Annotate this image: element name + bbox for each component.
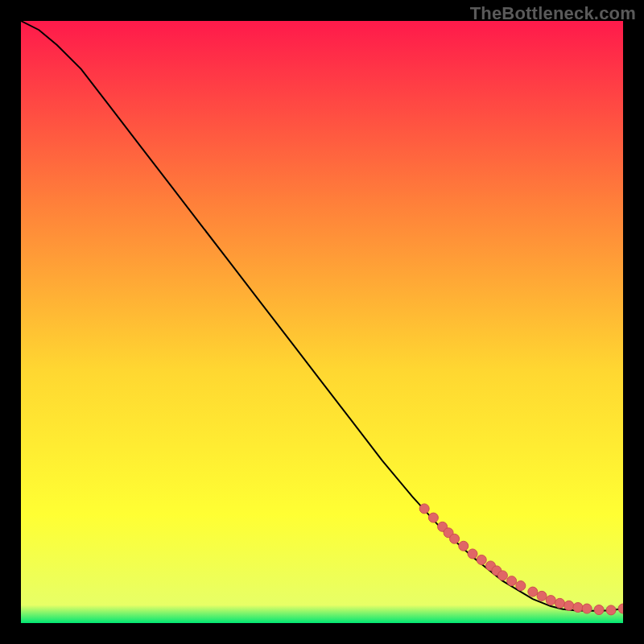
marker-point [468, 549, 477, 559]
marker-point [555, 598, 564, 608]
gradient-bg [21, 21, 623, 623]
marker-point [419, 504, 429, 514]
marker-point [516, 581, 526, 591]
marker-point [564, 601, 574, 610]
marker-point [594, 605, 604, 615]
marker-point [528, 587, 538, 597]
marker-point [573, 603, 583, 613]
marker-point [606, 605, 616, 615]
marker-point [582, 604, 592, 613]
plot-area [21, 21, 623, 623]
marker-point [507, 576, 517, 586]
chart-frame: TheBottleneck.com [0, 0, 644, 644]
marker-point [428, 513, 438, 522]
marker-point [497, 571, 507, 580]
marker-point [459, 541, 469, 551]
marker-point [537, 591, 547, 601]
marker-point [450, 534, 460, 543]
marker-point [477, 555, 486, 564]
marker-point [546, 596, 555, 605]
